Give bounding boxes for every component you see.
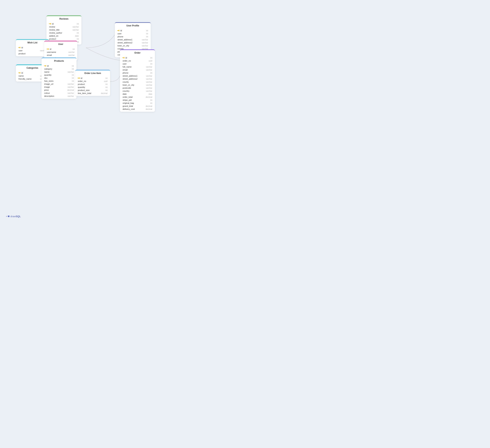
key-icon: 🔑 bbox=[18, 46, 21, 49]
key-icon: 🔑 bbox=[117, 29, 120, 32]
key-icon: 🔑 bbox=[46, 48, 49, 51]
key-icon: 🔑 bbox=[49, 22, 52, 25]
table-user-header: User bbox=[44, 41, 77, 47]
table-row: 🔑 id int bbox=[120, 56, 155, 59]
table-order-line-item-header: Order Line Item bbox=[75, 70, 110, 76]
table-row: postcode varchar bbox=[120, 86, 155, 89]
table-row: category int bbox=[42, 67, 77, 70]
table-row: original_bag int bbox=[120, 101, 155, 105]
table-reviews-header: Reviews bbox=[46, 16, 81, 22]
table-row: user varchar bbox=[16, 49, 49, 52]
table-row: 🔑 id int bbox=[75, 77, 110, 80]
logo: ⌐■ drawSQL bbox=[6, 215, 21, 218]
table-user-profile-header: User Profile bbox=[115, 22, 151, 28]
table-row: email varchar bbox=[120, 68, 155, 71]
table-row: line_item_total decimal bbox=[75, 92, 110, 95]
table-wish-list: Wish List 🔑 id int user varchar product … bbox=[16, 39, 49, 56]
table-row: quantity int bbox=[75, 86, 110, 89]
key-icon: 🔑 bbox=[18, 72, 21, 74]
table-row: stripe_pid int bbox=[120, 99, 155, 101]
key-icon: 🔑 bbox=[44, 65, 47, 67]
table-row: description varchar bbox=[42, 94, 77, 98]
table-row: image varchar bbox=[42, 85, 77, 88]
table-row: colour varchar bbox=[42, 92, 77, 94]
table-row: order_no uuid bbox=[75, 80, 110, 83]
table-row: sku int bbox=[42, 76, 77, 79]
table-row: phone int bbox=[120, 71, 155, 74]
table-row: phone int bbox=[115, 35, 151, 38]
table-row: 🔑 id int bbox=[115, 29, 151, 32]
table-row: review_author int bbox=[46, 31, 81, 34]
table-order-header: Order bbox=[120, 50, 155, 55]
table-row: added_on date bbox=[46, 34, 81, 37]
key-icon: 🔑 bbox=[78, 77, 80, 80]
table-row: grand_total decimal bbox=[120, 105, 155, 108]
table-row: price decimal bbox=[42, 88, 77, 92]
table-row: 🔑 id int bbox=[44, 48, 77, 51]
table-row: town_or_city varchar bbox=[120, 84, 155, 86]
table-row: date date bbox=[120, 93, 155, 95]
table-row: user int bbox=[115, 32, 151, 35]
table-row: full_name varchar bbox=[120, 65, 155, 68]
table-wish-list-body: 🔑 id int user varchar product int bbox=[16, 45, 49, 56]
table-row: county varchar bbox=[120, 80, 155, 84]
key-icon: 🔑 bbox=[122, 56, 125, 59]
table-row: order_total decimal bbox=[120, 95, 155, 99]
table-row: has_sizes int bbox=[42, 79, 77, 83]
table-order-line-item-body: 🔑 id int order_no uuid product int quant… bbox=[75, 76, 110, 96]
table-row: product_size int bbox=[75, 89, 110, 92]
table-row: 🔑 id int bbox=[42, 64, 77, 67]
table-row: product int bbox=[75, 83, 110, 86]
table-row: review varchar bbox=[46, 25, 81, 28]
table-reviews: Reviews 🔑 id int review varchar review_t… bbox=[46, 16, 81, 44]
canvas: Reviews 🔑 id int review varchar review_t… bbox=[0, 0, 245, 224]
table-row: street_address2 varchar bbox=[115, 41, 151, 44]
table-row: delivery_cost decimal bbox=[120, 108, 155, 110]
table-row: country varchar bbox=[120, 89, 155, 93]
table-row: town_or_city varchar bbox=[115, 44, 151, 47]
table-order-body: 🔑 id int order_no uuid user int full_nam… bbox=[120, 55, 155, 112]
table-products: Products 🔑 id int category int name varc… bbox=[42, 58, 77, 99]
table-row: review_title varchar bbox=[46, 28, 81, 31]
table-order-line-item: Order Line Item 🔑 id int order_no uuid p… bbox=[75, 70, 110, 96]
logo-text: drawSQL bbox=[10, 215, 21, 218]
table-row: user int bbox=[120, 62, 155, 65]
table-products-body: 🔑 id int category int name varchar quant… bbox=[42, 64, 77, 99]
logo-icon: ⌐■ bbox=[6, 215, 10, 218]
table-row: street_address1 varchar bbox=[115, 38, 151, 41]
table-row: name varchar bbox=[42, 70, 77, 73]
table-row: image_url varchar bbox=[42, 83, 77, 85]
table-row: email varchar bbox=[44, 54, 77, 57]
table-row: 🔑 id int bbox=[16, 46, 49, 49]
table-products-header: Products bbox=[42, 58, 77, 64]
table-wish-list-header: Wish List bbox=[16, 39, 49, 45]
table-row: username varchar bbox=[44, 51, 77, 54]
table-row: product int bbox=[16, 52, 49, 55]
table-row: order_no uuid bbox=[120, 59, 155, 62]
table-row: product int bbox=[46, 37, 81, 40]
table-order: Order 🔑 id int order_no uuid user int fu… bbox=[120, 50, 155, 112]
table-row: quantity int bbox=[42, 73, 77, 76]
table-row: street_address2 varchar bbox=[120, 77, 155, 80]
table-row: street_address1 varchar bbox=[120, 74, 155, 77]
table-row: 🔑 id int bbox=[46, 22, 81, 25]
